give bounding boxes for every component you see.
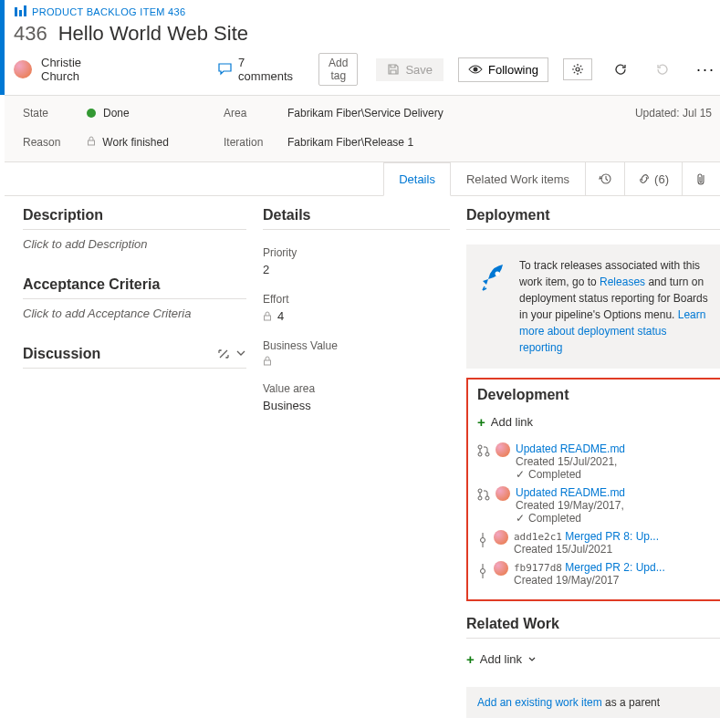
- svg-rect-1: [19, 10, 22, 16]
- lock-icon: [263, 356, 272, 366]
- tab-history[interactable]: [585, 162, 624, 195]
- svg-rect-7: [265, 316, 271, 320]
- more-actions-button[interactable]: ···: [691, 58, 720, 81]
- comment-icon: [218, 63, 233, 76]
- reason-value[interactable]: Work finished: [87, 136, 214, 149]
- deployment-title: Deployment: [466, 207, 720, 230]
- svg-point-9: [496, 272, 500, 276]
- pull-request-icon: [477, 487, 490, 502]
- details-panel-title: Details: [263, 207, 450, 230]
- dev-item[interactable]: Updated README.md Created 19/May/2017, ✓…: [477, 481, 712, 525]
- svg-point-3: [474, 68, 478, 72]
- svg-point-11: [478, 452, 482, 456]
- work-item-type-label: PRODUCT BACKLOG ITEM 436: [32, 6, 185, 17]
- dev-item[interactable]: Updated README.md Created 15/Jul/2021, ✓…: [477, 437, 712, 481]
- value-area-value[interactable]: Business: [263, 395, 450, 418]
- dev-link-title[interactable]: Updated README.md: [516, 486, 625, 499]
- svg-rect-0: [15, 7, 17, 16]
- acceptance-placeholder[interactable]: Click to add Acceptance Criteria: [23, 305, 246, 335]
- state-dot-icon: [87, 109, 96, 118]
- add-existing-work-item[interactable]: Add an existing work item as a parent: [466, 687, 720, 718]
- dev-item[interactable]: fb9177d8 Merged PR 2: Upd... Created 19/…: [477, 556, 712, 587]
- refresh-button[interactable]: [607, 59, 634, 79]
- svg-point-15: [485, 496, 489, 500]
- priority-label: Priority: [263, 246, 450, 259]
- dev-link-created: Created 15/Jul/2021: [514, 543, 712, 556]
- pull-request-icon: [477, 443, 490, 458]
- chevron-down-icon[interactable]: [235, 348, 246, 360]
- svg-point-10: [478, 445, 482, 449]
- check-icon: ✓: [516, 468, 525, 481]
- comments-button[interactable]: 7 comments: [218, 56, 293, 83]
- tab-related-work-items[interactable]: Related Work items: [451, 162, 585, 195]
- lock-icon: [87, 136, 99, 149]
- dev-link-title[interactable]: Merged PR 8: Up...: [565, 530, 659, 543]
- undo-button[interactable]: [649, 59, 676, 79]
- description-placeholder[interactable]: Click to add Description: [23, 235, 246, 265]
- svg-point-12: [485, 452, 489, 456]
- area-label: Area: [224, 107, 278, 120]
- dev-item[interactable]: add1e2c1 Merged PR 8: Up... Created 15/J…: [477, 525, 712, 556]
- rocket-icon: [477, 263, 508, 294]
- dev-link-title[interactable]: Updated README.md: [516, 442, 625, 455]
- save-button[interactable]: Save: [376, 58, 443, 81]
- commit-hash: add1e2c1: [514, 531, 562, 543]
- deployment-info-box: To track releases associated with this w…: [466, 244, 720, 369]
- priority-value[interactable]: 2: [263, 259, 450, 282]
- area-value[interactable]: Fabrikam Fiber\Service Delivery: [287, 107, 525, 120]
- commit-icon: [477, 532, 488, 548]
- svg-rect-5: [89, 140, 95, 145]
- avatar: [494, 561, 508, 576]
- add-related-link-button[interactable]: + Add link: [466, 648, 720, 674]
- save-icon: [387, 63, 400, 76]
- dev-link-created: Created 15/Jul/2021,: [516, 455, 712, 468]
- acceptance-title: Acceptance Criteria: [23, 276, 246, 299]
- refresh-icon: [614, 63, 627, 76]
- gear-icon: [571, 63, 584, 76]
- svg-point-17: [481, 569, 485, 574]
- releases-link[interactable]: Releases: [600, 276, 645, 288]
- svg-rect-2: [24, 5, 26, 16]
- add-tag-button[interactable]: Add tag: [318, 53, 358, 86]
- state-value[interactable]: Done: [87, 107, 214, 120]
- avatar: [496, 442, 510, 457]
- work-item-id: 436: [14, 22, 47, 46]
- plus-icon: +: [466, 651, 475, 667]
- settings-button[interactable]: [563, 58, 592, 80]
- svg-point-13: [478, 489, 482, 493]
- attachment-icon: [695, 172, 706, 186]
- effort-value[interactable]: 4: [263, 306, 450, 328]
- state-label: State: [23, 107, 78, 120]
- effort-label: Effort: [263, 293, 450, 306]
- expand-icon[interactable]: [217, 348, 230, 360]
- avatar[interactable]: [14, 60, 32, 78]
- development-title: Development: [477, 387, 712, 403]
- check-icon: ✓: [516, 512, 525, 525]
- dev-link-title[interactable]: Merged PR 2: Upd...: [565, 561, 664, 574]
- links-count: (6): [654, 172, 669, 186]
- tab-attachments[interactable]: [682, 162, 719, 195]
- comments-count: 7 comments: [238, 56, 293, 83]
- business-value-value[interactable]: [263, 352, 450, 371]
- assigned-to[interactable]: Christie Church: [41, 56, 81, 83]
- tab-details[interactable]: Details: [383, 162, 451, 196]
- follow-button[interactable]: Following: [458, 57, 548, 82]
- reason-label: Reason: [23, 136, 78, 149]
- svg-point-16: [481, 538, 485, 543]
- discussion-title: Discussion: [23, 346, 246, 369]
- svg-point-4: [576, 68, 579, 71]
- add-dev-link-button[interactable]: + Add link: [477, 411, 712, 437]
- dev-link-created: Created 19/May/2017,: [516, 499, 712, 512]
- related-work-title: Related Work: [466, 616, 720, 639]
- plus-icon: +: [477, 414, 485, 430]
- business-value-label: Business Value: [263, 339, 450, 352]
- tab-links[interactable]: (6): [624, 162, 682, 195]
- eye-icon: [468, 64, 483, 75]
- dev-link-created: Created 19/May/2017: [514, 574, 712, 587]
- add-existing-link[interactable]: Add an existing work item: [477, 696, 602, 709]
- updated-label: Updated: Jul 15: [635, 107, 712, 120]
- value-area-label: Value area: [263, 382, 450, 395]
- iteration-label: Iteration: [224, 136, 278, 149]
- work-item-title[interactable]: Hello World Web Site: [58, 22, 248, 46]
- iteration-value[interactable]: Fabrikam Fiber\Release 1: [287, 136, 525, 149]
